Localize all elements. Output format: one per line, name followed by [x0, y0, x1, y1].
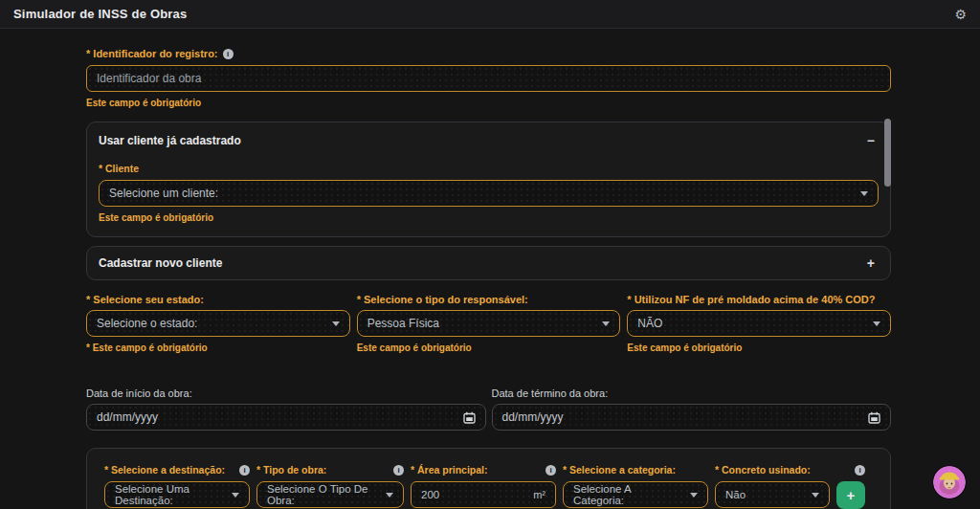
calendar-icon[interactable] [463, 411, 476, 424]
app-title: Simulador de INSS de Obras [13, 7, 187, 21]
collapse-icon[interactable]: − [863, 134, 879, 147]
info-icon[interactable]: i [223, 49, 234, 59]
chevron-down-icon [873, 321, 880, 326]
app-header: Simulador de INSS de Obras ⚙ [0, 0, 980, 29]
destination-select[interactable]: Selecione Uma Destinação: [104, 481, 250, 508]
identifier-error: Este campo é obrigatório [86, 98, 891, 108]
responsible-type-field-group: * Selecione o tipo do responsável: Pesso… [357, 294, 621, 353]
chevron-down-icon [386, 493, 393, 498]
destination-label: * Selecione a destinação: [104, 464, 225, 476]
category-label: * Selecione a categoria: [563, 464, 676, 476]
assistant-avatar[interactable] [933, 466, 966, 498]
main-area-field-group: * Área principal: i 200 m² [411, 464, 556, 508]
client-select[interactable]: Selecione um cliente: [99, 180, 879, 207]
responsible-type-error: Este campo é obrigatório [357, 343, 621, 353]
client-label: * Cliente [99, 163, 879, 174]
new-client-panel: Cadastrar novo cliente + [86, 246, 891, 280]
end-date-label: Data de término da obra: [492, 387, 892, 399]
info-icon[interactable]: i [393, 465, 404, 476]
main-area-label: * Área principal: [411, 464, 488, 476]
work-type-label: * Tipo de obra: [256, 464, 326, 476]
chevron-down-icon [332, 321, 340, 326]
info-icon[interactable]: i [546, 465, 556, 476]
responsible-type-label: * Selecione o tipo do responsável: [357, 294, 621, 305]
state-label: * Selecione seu estado: [86, 294, 350, 305]
add-row-button[interactable]: + [836, 481, 865, 509]
selects-row: * Selecione seu estado: Selecione o esta… [86, 294, 891, 353]
concrete-field-group: * Concreto usinado: Não [715, 464, 830, 508]
nf-premolded-error: Este campo é obrigatório [627, 343, 891, 353]
existing-client-panel-title: Usar cliente já cadastrado [99, 134, 241, 147]
gear-icon[interactable]: ⚙ [954, 8, 967, 21]
nf-premolded-select[interactable]: NÃO [627, 310, 891, 337]
work-details-row: * Selecione a destinação: i Selecione Um… [104, 464, 873, 509]
info-icon[interactable]: i [855, 465, 865, 476]
chevron-down-icon [690, 493, 698, 498]
concrete-label: * Concreto usinado: [715, 464, 811, 476]
start-date-input[interactable]: dd/mm/yyyy [86, 404, 486, 431]
info-icon[interactable]: i [239, 465, 250, 476]
chevron-down-icon [602, 321, 610, 326]
end-date-field-group: Data de término da obra: dd/mm/yyyy [492, 387, 892, 431]
existing-client-panel-header[interactable]: Usar cliente já cadastrado − [99, 134, 879, 147]
category-select[interactable]: Selecione A Categoria: [563, 481, 708, 508]
work-type-select[interactable]: Selecione O Tipo De Obra: [256, 481, 404, 508]
identifier-field-group: * Identificador do registro: i Este camp… [86, 48, 891, 108]
area-unit-suffix: m² [533, 489, 546, 500]
work-type-field-group: * Tipo de obra: i Selecione O Tipo De Ob… [256, 464, 404, 508]
identifier-label: * Identificador do registro: i [86, 48, 891, 59]
scrollbar-thumb[interactable] [884, 119, 891, 187]
main-area-input[interactable]: 200 m² [411, 481, 556, 508]
state-select[interactable]: Selecione o estado: [86, 310, 350, 337]
state-error: * Este campo é obrigatório [86, 343, 350, 353]
start-date-label: Data de início da obra: [86, 387, 486, 399]
responsible-type-select[interactable]: Pessoa Física [357, 310, 621, 337]
add-row-group: i + [836, 464, 865, 509]
identifier-input[interactable] [86, 65, 891, 92]
concrete-select[interactable]: Não [715, 481, 830, 508]
category-field-group: * Selecione a categoria: Selecione A Cat… [563, 464, 708, 508]
work-details-panel: * Selecione a destinação: i Selecione Um… [86, 448, 891, 509]
expand-icon[interactable]: + [863, 256, 879, 270]
client-error: Este campo é obrigatório [99, 212, 879, 223]
existing-client-panel: Usar cliente já cadastrado − * Cliente S… [86, 122, 891, 237]
state-field-group: * Selecione seu estado: Selecione o esta… [86, 294, 350, 353]
destination-field-group: * Selecione a destinação: i Selecione Um… [104, 464, 250, 508]
form-container: * Identificador do registro: i Este camp… [86, 29, 891, 509]
calendar-icon[interactable] [868, 411, 880, 424]
start-date-field-group: Data de início da obra: dd/mm/yyyy [86, 387, 486, 431]
builder-character-icon [933, 466, 966, 498]
end-date-input[interactable]: dd/mm/yyyy [492, 404, 892, 431]
new-client-panel-title: Cadastrar novo cliente [99, 256, 222, 270]
nf-premolded-field-group: * Utilizou NF de pré moldado acima de 40… [627, 294, 891, 353]
chevron-down-icon [860, 191, 868, 196]
chevron-down-icon [232, 493, 239, 498]
chevron-down-icon [812, 493, 819, 498]
dates-row: Data de início da obra: dd/mm/yyyy Data … [86, 387, 891, 431]
nf-premolded-label: * Utilizou NF de pré moldado acima de 40… [627, 294, 891, 305]
new-client-panel-header[interactable]: Cadastrar novo cliente + [99, 256, 879, 270]
